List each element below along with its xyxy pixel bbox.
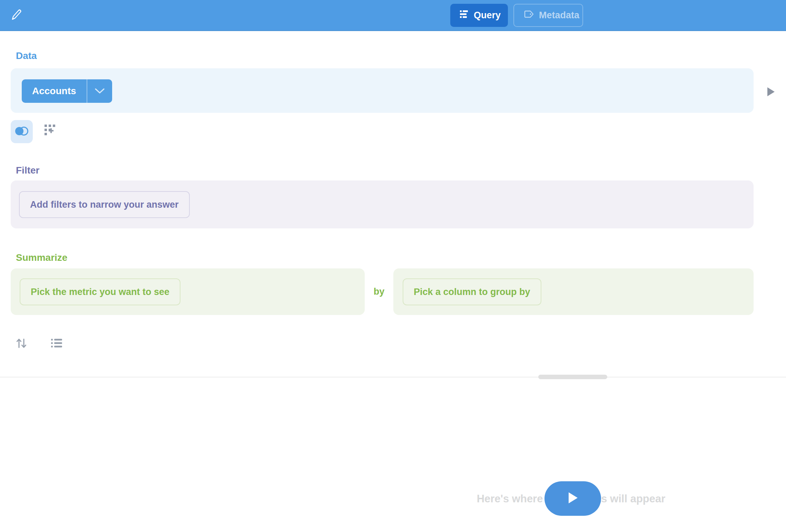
row-limit-list-icon <box>51 338 62 350</box>
data-source-name[interactable]: Accounts <box>22 79 87 103</box>
summarize-groupby-card: Pick a column to group by <box>393 268 754 315</box>
join-venn-icon <box>14 126 29 138</box>
add-filter-button[interactable]: Add filters to narrow your answer <box>19 191 190 218</box>
custom-column-icon <box>44 124 58 140</box>
summarize-section-label: Summarize <box>16 252 67 263</box>
pick-metric-button[interactable]: Pick the metric you want to see <box>20 278 180 305</box>
data-source-button[interactable]: Accounts <box>22 79 112 103</box>
tab-metadata[interactable]: Metadata <box>513 4 583 27</box>
resize-drag-handle[interactable] <box>538 375 607 379</box>
summarize-metric-card: Pick the metric you want to see <box>11 268 365 315</box>
pick-groupby-column-button[interactable]: Pick a column to group by <box>403 278 541 305</box>
run-preview-triangle-icon[interactable] <box>763 84 778 99</box>
by-label: by <box>365 268 393 315</box>
results-divider <box>0 377 786 377</box>
tab-metadata-label: Metadata <box>539 10 579 21</box>
custom-column-button[interactable] <box>42 123 60 141</box>
sort-step-button[interactable] <box>14 336 29 352</box>
tab-query[interactable]: Query <box>450 4 508 27</box>
visualize-run-button[interactable] <box>544 481 601 516</box>
join-data-button[interactable] <box>11 120 33 143</box>
notebook-editor: Query Metadata Data Accounts <box>0 0 786 532</box>
row-limit-step-button[interactable] <box>49 336 64 352</box>
data-section-label: Data <box>16 50 37 61</box>
data-step-card: Accounts <box>11 68 754 113</box>
top-bar: Query Metadata <box>0 0 786 31</box>
edit-pencil-icon[interactable] <box>10 9 22 22</box>
filter-section-label: Filter <box>16 165 39 176</box>
sort-icon <box>16 338 27 350</box>
chevron-down-icon[interactable] <box>87 79 112 103</box>
filter-step-card: Add filters to narrow your answer <box>11 180 754 228</box>
tab-query-label: Query <box>474 10 501 21</box>
tag-icon <box>524 10 534 21</box>
notebook-list-icon <box>460 10 469 21</box>
play-icon <box>567 491 579 506</box>
